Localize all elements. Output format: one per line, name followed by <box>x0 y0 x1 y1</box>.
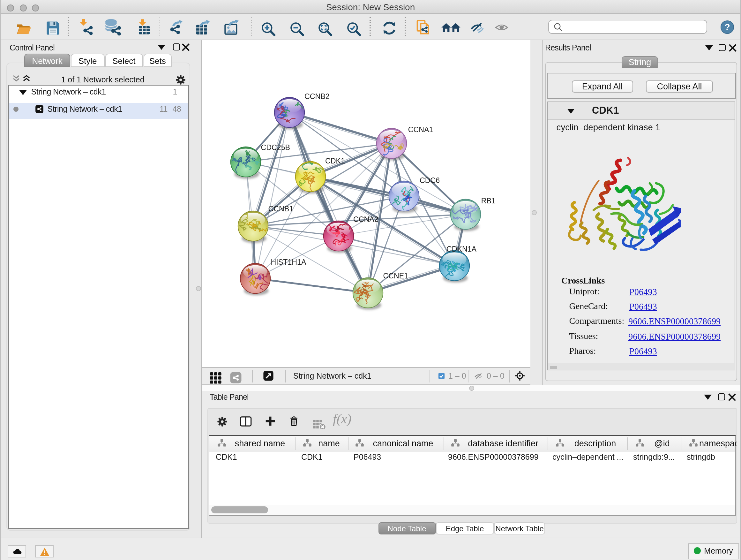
svg-text:CCNA1: CCNA1 <box>408 125 433 133</box>
svg-text:HIST1H1A: HIST1H1A <box>271 258 306 266</box>
svg-text:CCNB1: CCNB1 <box>268 204 293 212</box>
svg-text:CDC6: CDC6 <box>419 176 440 184</box>
svg-text:CCNE1: CCNE1 <box>383 271 408 280</box>
svg-text:?: ? <box>724 22 730 32</box>
svg-text:RB1: RB1 <box>481 196 495 205</box>
svg-text:CDK1: CDK1 <box>325 157 345 165</box>
svg-text:CDC25B: CDC25B <box>261 143 290 151</box>
svg-text:CCNB2: CCNB2 <box>304 92 329 100</box>
svg-text:CCNA2: CCNA2 <box>353 215 378 223</box>
svg-text:CDKN1A: CDKN1A <box>446 245 476 253</box>
